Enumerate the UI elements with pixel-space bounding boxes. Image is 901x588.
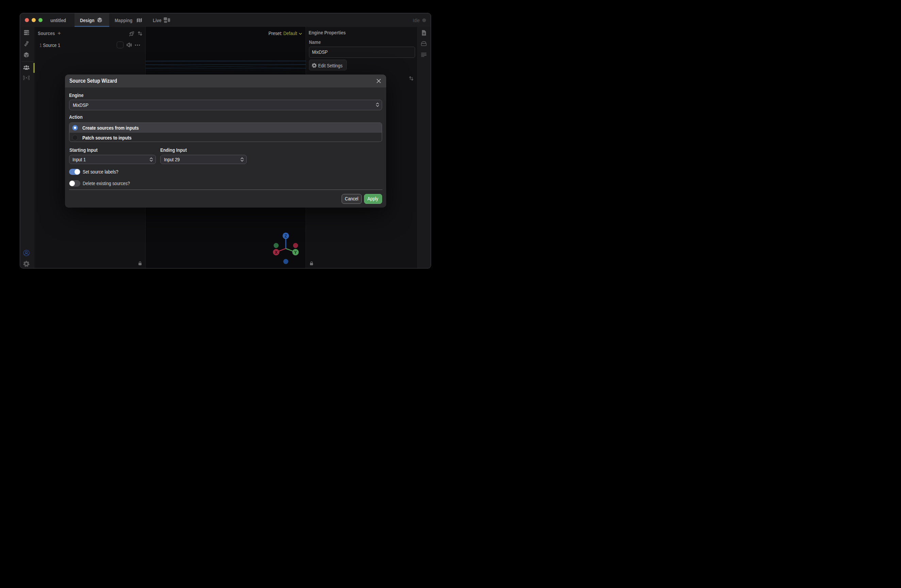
svg-text:Z: Z [284, 234, 287, 239]
svg-text:Y: Y [294, 250, 297, 255]
svg-text:X: X [274, 250, 277, 255]
